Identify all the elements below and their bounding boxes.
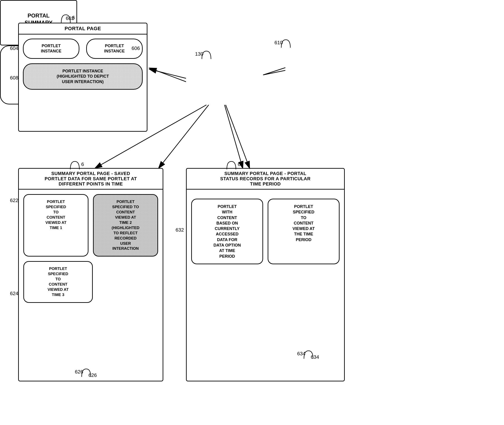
ref-634: 634: [311, 354, 319, 360]
summary-left-title: SUMMARY PORTAL PAGE - SAVEDPORTLET DATA …: [19, 169, 163, 190]
portlet-time-period: PORTLETSPECIFIEDTOCONTENTVIEWED ATTHE TI…: [268, 199, 340, 264]
portal-page-box: PORTAL PAGE PORTLETINSTANCE PORTLETINSTA…: [18, 23, 148, 132]
ref-610-bracket: 610: [274, 39, 293, 50]
svg-line-17: [150, 69, 186, 78]
svg-line-2: [150, 68, 186, 82]
ref-604: 604: [10, 45, 18, 51]
svg-line-4: [159, 105, 209, 168]
svg-text:610: 610: [274, 40, 283, 45]
svg-line-3: [263, 70, 285, 75]
summary-left-box: SUMMARY PORTAL PAGE - SAVEDPORTLET DATA …: [18, 168, 163, 381]
svg-line-5: [225, 105, 243, 168]
ref-626: 626: [89, 372, 97, 378]
portlet-current-data: PORTLETWITHCONTENTBASED ONCURRENTLYACCES…: [191, 199, 263, 264]
summary-right-box: SUMMARY PORTAL PAGE - PORTALSTATUS RECOR…: [186, 168, 345, 381]
ref-624: 624: [10, 291, 18, 297]
portlet-instance-3-highlighted: PORTLET INSTANCE(HIGHLIGHTED TO DEPICTUS…: [23, 63, 143, 90]
ref-606: 606: [132, 45, 140, 51]
portlet-time3: PORTLETSPECIFIEDTOCONTENTVIEWED ATTIME 3: [23, 261, 93, 303]
ref-622: 622: [10, 198, 18, 203]
portlet-time2-highlighted: PORTLETSPECIFIED TOCONTENTVIEWED ATTIME …: [93, 194, 158, 257]
summary-right-title: SUMMARY PORTAL PAGE - PORTALSTATUS RECOR…: [187, 169, 344, 190]
svg-text:130: 130: [195, 51, 203, 57]
svg-text:620: 620: [81, 161, 84, 167]
svg-line-20: [226, 105, 250, 168]
diagram: 602 PORTAL PAGE PORTLETINSTANCE PORTLETI…: [0, 0, 504, 425]
svg-text:630: 630: [238, 161, 240, 167]
portal-page-title: PORTAL PAGE: [19, 23, 147, 34]
ref-602: 602: [66, 15, 74, 21]
portlet-time1: PORTLETSPECIFIEDTOCONTENTVIEWED ATTIME 1: [23, 194, 89, 257]
svg-line-18: [263, 68, 285, 75]
ref-608: 608: [10, 75, 18, 81]
ref-632: 632: [175, 227, 184, 233]
portlet-instance-1: PORTLETINSTANCE: [23, 39, 79, 59]
ref-130-bracket: 130: [195, 50, 213, 61]
